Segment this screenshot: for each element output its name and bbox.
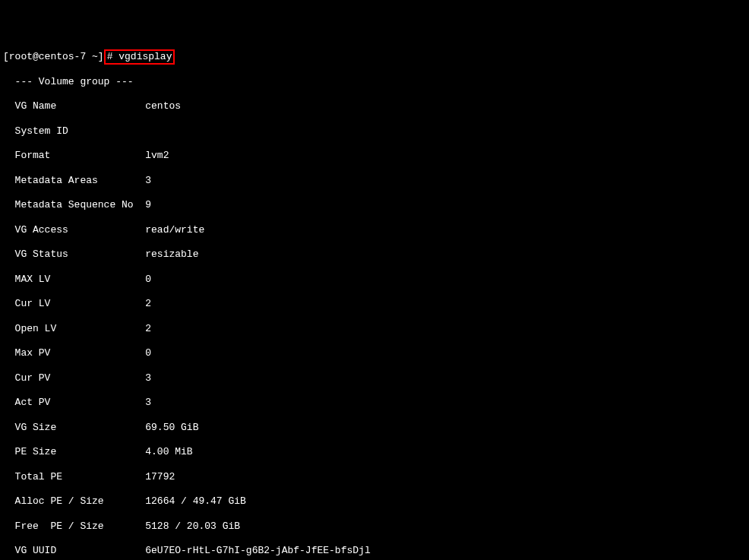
output-line: VG UUID 6eU7EO-rHtL-G7hI-g6B2-jAbf-JfEE-…	[3, 545, 746, 557]
output-line: VG Name centos	[3, 100, 746, 112]
command-highlight-vgdisplay: # vgdisplay	[104, 49, 175, 65]
output-line: System ID	[3, 125, 746, 138]
output-line: VG Access read/write	[3, 224, 746, 236]
output-line: Alloc PE / Size 12664 / 49.47 GiB	[3, 495, 746, 508]
output-line: Cur LV 2	[3, 298, 746, 310]
output-line: Format lvm2	[3, 150, 746, 162]
output-line: MAX LV 0	[3, 274, 746, 286]
command-text: vgdisplay	[112, 51, 172, 62]
output-line: Metadata Areas 3	[3, 175, 746, 187]
output-line: Max PV 0	[3, 347, 746, 359]
output-line: VG Status resizable	[3, 248, 746, 261]
output-line: Metadata Sequence No 9	[3, 199, 746, 211]
output-line: PE Size 4.00 MiB	[3, 446, 746, 458]
output-line: Act PV 3	[3, 397, 746, 409]
terminal-line: [root@centos-7 ~]# vgdisplay	[3, 51, 746, 63]
output-line: VG Size 69.50 GiB	[3, 422, 746, 434]
output-line: Free PE / Size 5128 / 20.03 GiB	[3, 520, 746, 533]
output-line: Cur PV 3	[3, 372, 746, 384]
output-line: --- Volume group ---	[3, 76, 746, 88]
output-line: Open LV 2	[3, 323, 746, 335]
output-line: Total PE 17792	[3, 471, 746, 483]
shell-prompt: [root@centos-7 ~]	[3, 51, 104, 62]
